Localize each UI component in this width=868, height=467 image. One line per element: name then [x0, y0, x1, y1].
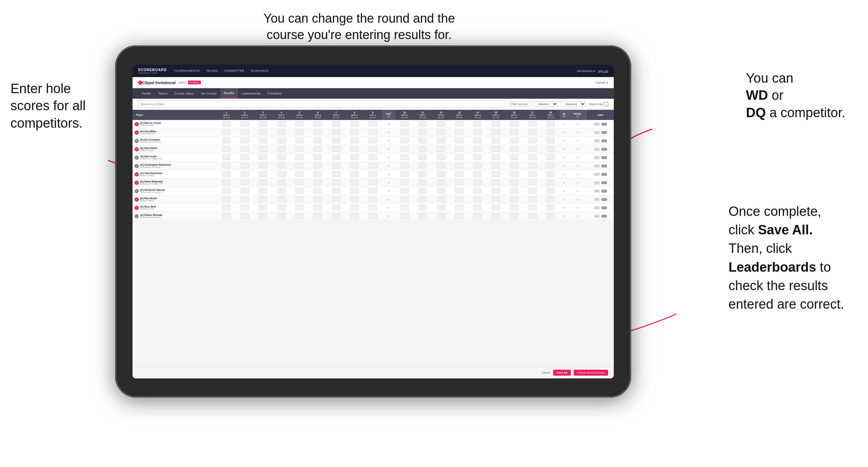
- hole-score-3-10[interactable]: [395, 145, 414, 153]
- hole-score-0-4[interactable]: [272, 120, 290, 128]
- hole-score-6-5[interactable]: [290, 170, 309, 179]
- hole-score-6-10[interactable]: [395, 170, 414, 179]
- hole-score-7-9[interactable]: [363, 179, 382, 187]
- hole-score-11-6[interactable]: [309, 212, 327, 220]
- hole-score-11-17[interactable]: [523, 212, 541, 220]
- hole-score-9-10[interactable]: [395, 195, 414, 204]
- hole-score-7-5[interactable]: [290, 179, 309, 187]
- hole-score-5-6[interactable]: [309, 162, 327, 170]
- hole-score-7-2[interactable]: [236, 179, 254, 187]
- hole-score-3-3[interactable]: [254, 145, 272, 153]
- hole-score-9-11[interactable]: [414, 195, 432, 204]
- wd-button-7[interactable]: WD: [594, 181, 600, 184]
- hole-score-5-4[interactable]: [272, 162, 290, 170]
- hole-score-1-10[interactable]: [395, 128, 414, 137]
- hole-score-0-3[interactable]: [254, 120, 272, 128]
- hole-score-5-16[interactable]: [505, 162, 523, 170]
- hole-score-5-10[interactable]: [395, 162, 414, 170]
- hole-score-10-8[interactable]: [345, 204, 363, 212]
- hole-score-2-4[interactable]: [272, 137, 290, 145]
- dq-button-2[interactable]: DQ: [602, 140, 607, 142]
- round-select[interactable]: Round 1: [534, 101, 558, 107]
- hole-score-9-5[interactable]: [290, 195, 309, 204]
- hole-score-0-17[interactable]: [523, 120, 541, 128]
- hole-score-4-15[interactable]: [487, 153, 505, 162]
- hole-score-0-15[interactable]: [487, 120, 505, 128]
- hole-score-6-3[interactable]: [254, 170, 272, 179]
- dq-button-3[interactable]: DQ: [602, 148, 607, 151]
- hole-score-2-12[interactable]: [432, 137, 450, 145]
- hole-score-10-7[interactable]: [327, 204, 345, 212]
- hole-score-2-14[interactable]: [468, 137, 486, 145]
- wd-button-5[interactable]: WD: [594, 164, 600, 168]
- hole-score-10-14[interactable]: [468, 204, 486, 212]
- dq-button-4[interactable]: DQ: [602, 156, 607, 159]
- hole-score-3-16[interactable]: [505, 145, 523, 153]
- hole-score-2-13[interactable]: [450, 137, 468, 145]
- hole-score-7-1[interactable]: [217, 179, 235, 187]
- search-input[interactable]: [138, 100, 505, 108]
- hole-score-11-11[interactable]: [414, 212, 432, 220]
- hole-score-11-7[interactable]: [327, 212, 345, 220]
- hole-score-2-9[interactable]: [363, 137, 382, 145]
- hole-score-6-15[interactable]: [487, 170, 505, 179]
- hole-score-11-4[interactable]: [272, 212, 290, 220]
- hole-score-0-7[interactable]: [327, 120, 345, 128]
- dq-button-0[interactable]: DQ: [602, 123, 607, 126]
- hole-score-11-12[interactable]: [432, 212, 450, 220]
- hole-score-1-6[interactable]: [309, 128, 327, 137]
- hole-score-6-4[interactable]: [272, 170, 290, 179]
- hole-score-2-7[interactable]: [327, 137, 345, 145]
- hole-score-10-3[interactable]: [254, 204, 272, 212]
- hole-score-9-4[interactable]: [272, 195, 290, 204]
- hole-score-6-7[interactable]: [327, 170, 345, 179]
- hole-score-10-5[interactable]: [290, 204, 309, 212]
- hole-score-4-14[interactable]: [468, 153, 486, 162]
- hole-score-3-7[interactable]: [327, 145, 345, 153]
- hole-score-0-11[interactable]: [414, 120, 432, 128]
- hole-score-1-17[interactable]: [523, 128, 541, 137]
- hole-score-6-12[interactable]: [432, 170, 450, 179]
- hole-score-4-7[interactable]: [327, 153, 345, 162]
- hole-score-7-17[interactable]: [523, 179, 541, 187]
- hole-score-0-9[interactable]: [363, 120, 382, 128]
- hole-score-9-15[interactable]: [487, 195, 505, 204]
- hole-score-4-17[interactable]: [523, 153, 541, 162]
- dq-button-7[interactable]: DQ: [602, 181, 607, 184]
- hole-score-5-2[interactable]: [236, 162, 254, 170]
- hole-score-6-9[interactable]: [363, 170, 382, 179]
- hole-score-4-13[interactable]: [450, 153, 468, 162]
- tab-details[interactable]: Details: [138, 88, 155, 99]
- hole-score-1-13[interactable]: [450, 128, 468, 137]
- hole-score-8-13[interactable]: [450, 187, 468, 195]
- hole-score-11-15[interactable]: [487, 212, 505, 220]
- hole-score-1-14[interactable]: [468, 128, 486, 137]
- hole-score-0-18[interactable]: [542, 120, 560, 128]
- hole-score-3-5[interactable]: [290, 145, 309, 153]
- hole-score-11-8[interactable]: [345, 212, 363, 220]
- hole-score-10-13[interactable]: [450, 204, 468, 212]
- hole-score-6-8[interactable]: [345, 170, 363, 179]
- hole-score-7-6[interactable]: [309, 179, 327, 187]
- hole-score-1-5[interactable]: [290, 128, 309, 137]
- hole-score-8-15[interactable]: [487, 187, 505, 195]
- filter-by-team-button[interactable]: Filter by team: [508, 101, 531, 107]
- hole-score-3-1[interactable]: [217, 145, 235, 153]
- hole-score-11-16[interactable]: [505, 212, 523, 220]
- dq-button-8[interactable]: DQ: [602, 190, 607, 193]
- publish-button[interactable]: Publish Round Scores: [574, 370, 608, 376]
- hole-score-3-14[interactable]: [468, 145, 486, 153]
- hole-score-11-13[interactable]: [450, 212, 468, 220]
- hole-score-6-1[interactable]: [217, 170, 235, 179]
- totals-only-toggle[interactable]: Totals Only: [589, 102, 608, 106]
- hole-score-0-6[interactable]: [309, 120, 327, 128]
- hole-score-0-8[interactable]: [345, 120, 363, 128]
- hole-score-8-8[interactable]: [345, 187, 363, 195]
- hole-score-11-14[interactable]: [468, 212, 486, 220]
- hole-score-5-11[interactable]: [414, 162, 432, 170]
- hole-score-2-2[interactable]: [236, 137, 254, 145]
- hole-score-0-2[interactable]: [236, 120, 254, 128]
- hole-score-5-17[interactable]: [523, 162, 541, 170]
- dq-button-9[interactable]: DQ: [602, 198, 607, 201]
- hole-score-1-12[interactable]: [432, 128, 450, 137]
